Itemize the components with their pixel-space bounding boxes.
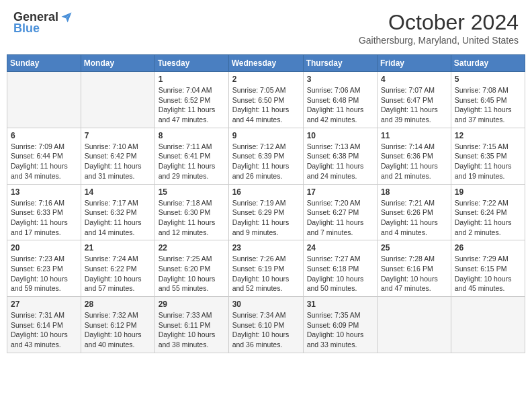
day-info: Sunrise: 7:35 AMSunset: 6:09 PMDaylight:…	[307, 310, 373, 350]
day-info: Sunrise: 7:21 AMSunset: 6:26 PMDaylight:…	[381, 198, 447, 238]
day-info: Sunrise: 7:29 AMSunset: 6:15 PMDaylight:…	[455, 254, 521, 293]
day-info: Sunrise: 7:15 AMSunset: 6:35 PMDaylight:…	[455, 142, 521, 181]
calendar-cell: 1Sunrise: 7:04 AMSunset: 6:52 PMDaylight…	[154, 72, 228, 128]
day-number: 20	[11, 243, 77, 253]
day-info: Sunrise: 7:16 AMSunset: 6:33 PMDaylight:…	[11, 198, 77, 238]
calendar-week-2: 6Sunrise: 7:09 AMSunset: 6:44 PMDaylight…	[7, 128, 525, 184]
day-number: 29	[159, 300, 225, 309]
day-info: Sunrise: 7:06 AMSunset: 6:48 PMDaylight:…	[307, 85, 373, 125]
day-number: 31	[307, 300, 373, 309]
day-number: 30	[232, 300, 300, 309]
day-info: Sunrise: 7:26 AMSunset: 6:19 PMDaylight:…	[232, 254, 300, 293]
day-number: 18	[381, 187, 447, 197]
day-number: 11	[381, 131, 447, 140]
day-info: Sunrise: 7:18 AMSunset: 6:30 PMDaylight:…	[159, 198, 225, 238]
calendar-cell: 16Sunrise: 7:19 AMSunset: 6:29 PMDayligh…	[228, 184, 303, 240]
logo: General Blue	[13, 10, 73, 36]
calendar-cell: 31Sunrise: 7:35 AMSunset: 6:09 PMDayligh…	[303, 297, 377, 353]
calendar-cell: 11Sunrise: 7:14 AMSunset: 6:36 PMDayligh…	[378, 128, 451, 184]
day-number: 25	[381, 243, 447, 253]
day-number: 24	[307, 243, 373, 253]
calendar-cell: 4Sunrise: 7:07 AMSunset: 6:47 PMDaylight…	[378, 72, 451, 128]
day-info: Sunrise: 7:17 AMSunset: 6:32 PMDaylight:…	[85, 198, 151, 238]
day-number: 8	[159, 131, 225, 140]
day-number: 28	[85, 300, 151, 309]
calendar-header-row: SundayMondayTuesdayWednesdayThursdayFrid…	[7, 55, 525, 72]
day-info: Sunrise: 7:24 AMSunset: 6:22 PMDaylight:…	[85, 254, 151, 293]
day-info: Sunrise: 7:32 AMSunset: 6:12 PMDaylight:…	[85, 310, 151, 350]
calendar-cell: 12Sunrise: 7:15 AMSunset: 6:35 PMDayligh…	[451, 128, 525, 184]
calendar-cell: 25Sunrise: 7:28 AMSunset: 6:16 PMDayligh…	[378, 240, 451, 297]
day-info: Sunrise: 7:05 AMSunset: 6:50 PMDaylight:…	[232, 85, 300, 125]
day-info: Sunrise: 7:22 AMSunset: 6:24 PMDaylight:…	[455, 198, 521, 238]
calendar-cell	[378, 297, 451, 353]
day-info: Sunrise: 7:20 AMSunset: 6:27 PMDaylight:…	[307, 198, 373, 238]
day-number: 21	[85, 243, 151, 253]
calendar-cell: 17Sunrise: 7:20 AMSunset: 6:27 PMDayligh…	[303, 184, 377, 240]
day-number: 23	[232, 243, 300, 253]
day-info: Sunrise: 7:33 AMSunset: 6:11 PMDaylight:…	[159, 310, 225, 350]
day-header-friday: Friday	[378, 55, 451, 72]
day-number: 3	[307, 75, 373, 84]
month-title: October 2024	[359, 10, 519, 35]
calendar-cell: 27Sunrise: 7:31 AMSunset: 6:14 PMDayligh…	[7, 297, 81, 353]
day-info: Sunrise: 7:31 AMSunset: 6:14 PMDaylight:…	[11, 310, 77, 350]
calendar-week-3: 13Sunrise: 7:16 AMSunset: 6:33 PMDayligh…	[7, 184, 525, 240]
calendar-cell: 23Sunrise: 7:26 AMSunset: 6:19 PMDayligh…	[228, 240, 303, 297]
calendar-cell: 15Sunrise: 7:18 AMSunset: 6:30 PMDayligh…	[154, 184, 228, 240]
calendar-cell: 28Sunrise: 7:32 AMSunset: 6:12 PMDayligh…	[81, 297, 154, 353]
location: Gaithersburg, Maryland, United States	[359, 35, 519, 46]
day-info: Sunrise: 7:14 AMSunset: 6:36 PMDaylight:…	[381, 142, 447, 181]
calendar-cell: 19Sunrise: 7:22 AMSunset: 6:24 PMDayligh…	[451, 184, 525, 240]
day-info: Sunrise: 7:04 AMSunset: 6:52 PMDaylight:…	[159, 85, 225, 125]
logo-bird-icon	[60, 11, 73, 24]
day-number: 10	[307, 131, 373, 140]
day-info: Sunrise: 7:23 AMSunset: 6:23 PMDaylight:…	[11, 254, 77, 293]
day-header-saturday: Saturday	[451, 55, 525, 72]
calendar-cell: 20Sunrise: 7:23 AMSunset: 6:23 PMDayligh…	[7, 240, 81, 297]
calendar-cell	[7, 72, 81, 128]
day-info: Sunrise: 7:12 AMSunset: 6:39 PMDaylight:…	[232, 142, 300, 181]
day-number: 14	[85, 187, 151, 197]
calendar-week-4: 20Sunrise: 7:23 AMSunset: 6:23 PMDayligh…	[7, 240, 525, 297]
day-number: 16	[232, 187, 300, 197]
day-number: 6	[11, 131, 77, 140]
calendar-cell: 30Sunrise: 7:34 AMSunset: 6:10 PMDayligh…	[228, 297, 303, 353]
day-info: Sunrise: 7:27 AMSunset: 6:18 PMDaylight:…	[307, 254, 373, 293]
calendar-cell: 7Sunrise: 7:10 AMSunset: 6:42 PMDaylight…	[81, 128, 154, 184]
calendar-cell: 6Sunrise: 7:09 AMSunset: 6:44 PMDaylight…	[7, 128, 81, 184]
day-number: 2	[232, 75, 300, 84]
day-header-wednesday: Wednesday	[228, 55, 303, 72]
calendar-week-1: 1Sunrise: 7:04 AMSunset: 6:52 PMDaylight…	[7, 72, 525, 128]
calendar-cell: 9Sunrise: 7:12 AMSunset: 6:39 PMDaylight…	[228, 128, 303, 184]
day-number: 27	[11, 300, 77, 309]
day-header-monday: Monday	[81, 55, 154, 72]
day-info: Sunrise: 7:10 AMSunset: 6:42 PMDaylight:…	[85, 142, 151, 181]
logo-blue-text: Blue	[13, 21, 40, 36]
day-info: Sunrise: 7:07 AMSunset: 6:47 PMDaylight:…	[381, 85, 447, 125]
day-number: 5	[455, 75, 521, 84]
day-info: Sunrise: 7:08 AMSunset: 6:45 PMDaylight:…	[455, 85, 521, 125]
day-number: 15	[159, 187, 225, 197]
calendar-cell: 5Sunrise: 7:08 AMSunset: 6:45 PMDaylight…	[451, 72, 525, 128]
calendar-cell: 2Sunrise: 7:05 AMSunset: 6:50 PMDaylight…	[228, 72, 303, 128]
day-number: 1	[159, 75, 225, 84]
calendar-cell: 18Sunrise: 7:21 AMSunset: 6:26 PMDayligh…	[378, 184, 451, 240]
day-header-tuesday: Tuesday	[154, 55, 228, 72]
day-number: 4	[381, 75, 447, 84]
calendar-cell: 8Sunrise: 7:11 AMSunset: 6:41 PMDaylight…	[154, 128, 228, 184]
calendar-cell: 22Sunrise: 7:25 AMSunset: 6:20 PMDayligh…	[154, 240, 228, 297]
calendar-cell	[81, 72, 154, 128]
day-number: 17	[307, 187, 373, 197]
calendar-cell: 10Sunrise: 7:13 AMSunset: 6:38 PMDayligh…	[303, 128, 377, 184]
day-number: 22	[159, 243, 225, 253]
day-info: Sunrise: 7:34 AMSunset: 6:10 PMDaylight:…	[232, 310, 300, 350]
calendar-cell: 21Sunrise: 7:24 AMSunset: 6:22 PMDayligh…	[81, 240, 154, 297]
calendar-table: SundayMondayTuesdayWednesdayThursdayFrid…	[7, 54, 525, 353]
calendar-week-5: 27Sunrise: 7:31 AMSunset: 6:14 PMDayligh…	[7, 297, 525, 353]
calendar-cell: 26Sunrise: 7:29 AMSunset: 6:15 PMDayligh…	[451, 240, 525, 297]
day-info: Sunrise: 7:09 AMSunset: 6:44 PMDaylight:…	[11, 142, 77, 181]
calendar-cell: 13Sunrise: 7:16 AMSunset: 6:33 PMDayligh…	[7, 184, 81, 240]
day-number: 9	[232, 131, 300, 140]
calendar-cell	[451, 297, 525, 353]
